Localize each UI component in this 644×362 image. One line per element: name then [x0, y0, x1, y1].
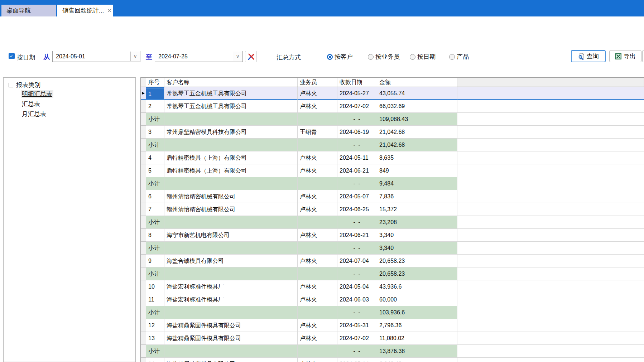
row-header-cell[interactable]: [141, 332, 146, 345]
cell-no[interactable]: 14: [146, 358, 164, 362]
cell-no[interactable]: 小计: [146, 306, 164, 319]
cell-amount[interactable]: 21,042.68: [377, 126, 457, 139]
cell-date[interactable]: 2024-05-11: [337, 151, 377, 164]
cell-customer[interactable]: 海盐合诚模具有限公司: [164, 255, 298, 267]
cell-date[interactable]: 2024-06-25: [337, 203, 377, 216]
cell-date[interactable]: - -: [337, 139, 377, 151]
cell-no[interactable]: 10: [146, 280, 164, 293]
col-header-customer[interactable]: 客户名称: [164, 78, 298, 87]
row-header-cell[interactable]: [141, 345, 146, 358]
cell-date[interactable]: 2024-05-07: [337, 190, 377, 203]
cell-salesperson[interactable]: [298, 216, 337, 229]
row-header-cell[interactable]: [141, 190, 146, 203]
cell-no[interactable]: 小计: [146, 177, 164, 190]
cell-no[interactable]: 9: [146, 255, 164, 267]
from-date-select[interactable]: 2024-05-01 ∨: [52, 51, 140, 62]
subtotal-row[interactable]: 小计- -3,340: [141, 242, 644, 255]
row-header-cell[interactable]: [141, 164, 146, 177]
cell-no[interactable]: 小计: [146, 267, 164, 280]
cell-amount[interactable]: 2,796.36: [377, 319, 457, 332]
cell-amount[interactable]: 109,088.43: [377, 113, 457, 126]
subtotal-row[interactable]: 小计- -21,042.68: [141, 139, 644, 151]
row-header-cell[interactable]: [141, 177, 146, 190]
tree-root[interactable]: 报表类别: [9, 81, 40, 89]
tree-item-detail-summary[interactable]: 明细汇总表: [21, 90, 53, 98]
cell-no[interactable]: 13: [146, 332, 164, 345]
cell-customer[interactable]: 海宁市新艺机电有限公司: [164, 229, 298, 242]
by-date-checkbox[interactable]: ✓: [9, 53, 15, 59]
subtotal-row[interactable]: 小计- -9,484: [141, 177, 644, 190]
cell-salesperson[interactable]: [298, 267, 337, 280]
cell-no[interactable]: 2: [146, 100, 164, 113]
cell-amount[interactable]: 11,080.02: [377, 332, 457, 345]
cell-amount[interactable]: 66,032.69: [377, 100, 457, 113]
cell-amount[interactable]: 15,372: [377, 203, 457, 216]
cell-amount[interactable]: 13,876.38: [377, 345, 457, 358]
tab-desktop-nav[interactable]: 桌面导航: [1, 5, 56, 16]
col-header-date[interactable]: 收款日期: [337, 78, 377, 87]
cell-amount[interactable]: 20,658.23: [377, 255, 457, 267]
cell-salesperson[interactable]: 卢林火: [298, 280, 337, 293]
cell-customer[interactable]: [164, 139, 298, 151]
cell-amount[interactable]: 9,484: [377, 177, 457, 190]
row-header-cell[interactable]: [141, 229, 146, 242]
cell-salesperson[interactable]: [298, 177, 337, 190]
row-header-cell[interactable]: [141, 203, 146, 216]
cell-salesperson[interactable]: 卢林火: [298, 87, 337, 100]
cell-no[interactable]: 7: [146, 203, 164, 216]
table-row[interactable]: 11海盐宏利标准件模具厂卢林火2024-06-0360,000: [141, 293, 644, 306]
cell-no[interactable]: 小计: [146, 345, 164, 358]
cell-date[interactable]: 2024-07-02: [337, 100, 377, 113]
cell-date[interactable]: 2024-07-02: [337, 332, 377, 345]
table-row[interactable]: 5盾特精密模具（上海）有限公司卢林火2024-06-21849: [141, 164, 644, 177]
cell-no[interactable]: 8: [146, 229, 164, 242]
cell-customer[interactable]: 盾特精密模具（上海）有限公司: [164, 151, 298, 164]
row-header-cell[interactable]: [141, 113, 146, 126]
col-header-no[interactable]: 序号: [146, 78, 164, 87]
cell-date[interactable]: 2024-06-21: [337, 229, 377, 242]
cell-customer[interactable]: 赣州清怡精密机械有限公司: [164, 190, 298, 203]
cell-amount[interactable]: 43,936.6: [377, 280, 457, 293]
table-row[interactable]: 8海宁市新艺机电有限公司卢林火2024-06-213,340: [141, 229, 644, 242]
cell-amount[interactable]: 8,635: [377, 151, 457, 164]
cell-customer[interactable]: [164, 177, 298, 190]
cell-customer[interactable]: [164, 113, 298, 126]
cell-amount[interactable]: 849: [377, 164, 457, 177]
cell-customer[interactable]: 海盐精展精密模具有限公司: [164, 358, 298, 362]
export-button[interactable]: 导出: [609, 50, 641, 62]
cell-date[interactable]: 2024-05-14: [337, 358, 377, 362]
cell-customer[interactable]: 海盐精鼎紧固件模具有限公司: [164, 332, 298, 345]
cell-date[interactable]: 2024-05-27: [337, 87, 377, 100]
row-header-cell[interactable]: [141, 358, 146, 362]
cell-date[interactable]: 2024-06-19: [337, 126, 377, 139]
chevron-down-icon[interactable]: ∨: [233, 52, 242, 61]
cell-amount[interactable]: 21,042.68: [377, 139, 457, 151]
subtotal-row[interactable]: 小计- -109,088.43: [141, 113, 644, 126]
row-header-cell[interactable]: [141, 255, 146, 267]
cell-customer[interactable]: [164, 345, 298, 358]
cell-amount[interactable]: 43,055.74: [377, 87, 457, 100]
cell-no[interactable]: 5: [146, 164, 164, 177]
cell-amount[interactable]: 6,048.48: [377, 358, 457, 362]
subtotal-row[interactable]: 小计- -103,936.6: [141, 306, 644, 319]
cell-amount[interactable]: 7,836: [377, 190, 457, 203]
cell-amount[interactable]: 103,936.6: [377, 306, 457, 319]
cell-salesperson[interactable]: [298, 345, 337, 358]
cell-salesperson[interactable]: 卢林火: [298, 358, 337, 362]
cell-date[interactable]: - -: [337, 242, 377, 255]
cell-customer[interactable]: [164, 306, 298, 319]
row-header-cell[interactable]: [141, 126, 146, 139]
row-header-cell[interactable]: [141, 151, 146, 164]
row-header-cell[interactable]: [141, 306, 146, 319]
cell-customer[interactable]: 盾特精密模具（上海）有限公司: [164, 164, 298, 177]
row-header-cell[interactable]: [141, 242, 146, 255]
cell-date[interactable]: - -: [337, 216, 377, 229]
cell-date[interactable]: - -: [337, 306, 377, 319]
radio-by-date[interactable]: 按日期: [410, 53, 436, 61]
cell-customer[interactable]: [164, 242, 298, 255]
table-row[interactable]: 3常州鼎坚精密模具科技有限公司王绍青2024-06-1921,042.68: [141, 126, 644, 139]
cell-salesperson[interactable]: 卢林火: [298, 332, 337, 345]
cell-customer[interactable]: 常熟琴工五金机械工具有限公司: [164, 100, 298, 113]
cell-amount[interactable]: 60,000: [377, 293, 457, 306]
cell-salesperson[interactable]: [298, 113, 337, 126]
